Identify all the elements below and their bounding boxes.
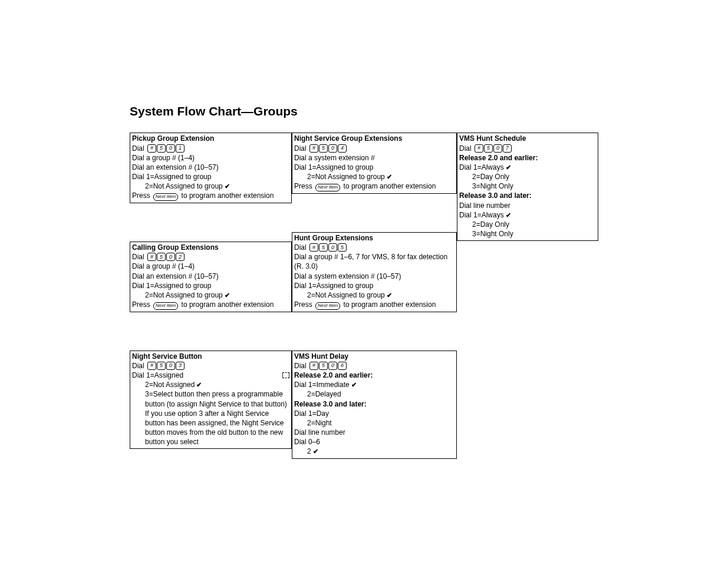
page-title: System Flow Chart—Groups [130, 103, 728, 120]
text-line: 3=Night Only [459, 181, 596, 191]
box-pickup-group: Pickup Group Extension Dial # 5 0 1 Dial… [130, 133, 292, 203]
text-line: 2=Not Assigned [132, 380, 289, 389]
dial-code: Dial # 5 0 7 [459, 144, 596, 153]
text-line: 2=Not Assigned to group [132, 290, 289, 300]
text-line: Dial 0–6 [294, 437, 454, 447]
text-line: Dial a group # (1–4) [132, 262, 289, 271]
text-line: Dial 1=Always [459, 210, 596, 220]
key-hash-icon: # [309, 144, 318, 153]
subheading: Release 2.0 and earlier: [459, 153, 596, 163]
key-5-icon: 5 [319, 243, 328, 252]
text-line: Dial 1=Assigned to group [294, 281, 454, 290]
dial-label: Dial [132, 144, 144, 153]
text-line: Dial 1=Always [459, 163, 596, 172]
key-5-icon: 5 [338, 243, 347, 252]
check-icon [223, 182, 230, 190]
key-hash-icon: # [147, 253, 156, 261]
text-line: If you use option 3 after a Night Servic… [132, 409, 289, 447]
box-title: Hunt Group Extensions [294, 233, 454, 243]
text-line: 3=Night Only [459, 229, 596, 239]
box-title: VMS Hunt Schedule [459, 134, 596, 143]
column-2: Night Service Group Extensions Dial # 5 … [292, 133, 457, 476]
dial-code: Dial # 5 0 3 [132, 361, 289, 371]
text-line: 2=Day Only [459, 220, 596, 229]
key-0-icon: 0 [328, 243, 337, 252]
check-icon [350, 381, 357, 389]
text-line: Dial an extension # (10–57) [132, 163, 289, 172]
dial-label: Dial [294, 144, 307, 153]
box-title: Night Service Group Extensions [294, 134, 454, 143]
column-3: VMS Hunt Schedule Dial # 5 0 7 Release 2… [457, 133, 598, 259]
button-slot-icon [282, 372, 289, 378]
text-line: Dial a system extension # (10–57) [294, 272, 454, 281]
key-hash-icon: # [309, 362, 318, 370]
key-hash-icon: # [147, 362, 156, 370]
text-line: 2=Not Assigned to group [132, 181, 289, 191]
key-1-icon: 1 [176, 144, 185, 153]
text-line: 2=Delayed [294, 389, 454, 399]
key-hash-icon: # [475, 144, 483, 153]
check-icon [504, 211, 511, 219]
key-6-icon: 6 [338, 362, 347, 370]
text-line: Dial 1=Assigned to group [294, 163, 454, 172]
subheading: Release 3.0 and later: [294, 399, 454, 409]
key-0-icon: 0 [166, 144, 175, 153]
dial-code: Dial # 5 0 6 [294, 361, 454, 371]
check-icon [311, 447, 318, 455]
key-0-icon: 0 [166, 253, 175, 261]
check-icon [223, 291, 230, 299]
text-line: Dial 1=Immediate [294, 380, 454, 389]
press-line: Press Next Item to program another exten… [132, 191, 289, 201]
text-line: Dial line number [294, 428, 454, 437]
dial-code: Dial # 5 0 5 [294, 243, 454, 252]
key-5-icon: 5 [157, 253, 166, 261]
box-night-service-button: Night Service Button Dial # 5 0 3 Dial 1… [130, 351, 292, 449]
text-line: Dial a group # 1–6, 7 for VMS, 8 for fax… [294, 252, 454, 271]
box-title: Night Service Button [132, 352, 289, 361]
text-line: 2=Day Only [459, 172, 596, 181]
check-icon [385, 291, 392, 299]
key-hash-icon: # [147, 144, 156, 153]
box-title: VMS Hunt Delay [294, 352, 454, 361]
text-line: 2=Night [294, 418, 454, 428]
text-line: 3=Select button then press a programmabl… [132, 389, 289, 408]
press-line: Press Next Item to program another exten… [132, 300, 289, 310]
text-line: Dial line number [459, 201, 596, 210]
check-icon [195, 381, 202, 389]
dial-code: Dial # 5 0 4 [294, 144, 454, 153]
dial-code: Dial # 5 0 2 [132, 252, 289, 262]
text-line: 2=Not Assigned to group [294, 172, 454, 181]
text-line: 2 [294, 447, 454, 456]
text-line: Dial 1=Assigned to group [132, 281, 289, 290]
text-line: Dial a group # (1–4) [132, 153, 289, 163]
check-icon [385, 173, 392, 181]
columns: Pickup Group Extension Dial # 5 0 1 Dial… [130, 133, 728, 476]
dial-label: Dial [294, 361, 307, 371]
dial-code: Dial # 5 0 1 [132, 144, 289, 153]
check-icon [504, 163, 511, 171]
text-line: Dial a system extension # [294, 153, 454, 163]
dial-label: Dial [132, 361, 144, 371]
column-1: Pickup Group Extension Dial # 5 0 1 Dial… [130, 133, 292, 467]
press-line: Press Next Item to program another exten… [294, 300, 454, 310]
key-5-icon: 5 [157, 144, 166, 153]
text-line: 2=Not Assigned to group [294, 290, 454, 300]
key-2-icon: 2 [176, 253, 185, 261]
box-vms-hunt-schedule: VMS Hunt Schedule Dial # 5 0 7 Release 2… [457, 133, 598, 241]
next-item-icon: Next Item [153, 302, 178, 310]
text-line: Dial 1=Assigned to group [132, 172, 289, 181]
box-title: Calling Group Extensions [132, 243, 289, 252]
next-item-icon: Next Item [315, 302, 340, 310]
key-hash-icon: # [309, 243, 318, 252]
key-0-icon: 0 [166, 362, 175, 370]
subheading: Release 2.0 and earlier: [294, 371, 454, 380]
key-5-icon: 5 [157, 362, 166, 370]
dial-label: Dial [459, 144, 472, 153]
box-calling-group: Calling Group Extensions Dial # 5 0 2 Di… [130, 242, 292, 312]
key-0-icon: 0 [493, 144, 502, 153]
key-5-icon: 5 [319, 362, 328, 370]
dial-label: Dial [294, 243, 307, 252]
key-3-icon: 3 [176, 362, 185, 370]
box-night-service-group: Night Service Group Extensions Dial # 5 … [292, 133, 457, 193]
key-5-icon: 5 [484, 144, 493, 153]
